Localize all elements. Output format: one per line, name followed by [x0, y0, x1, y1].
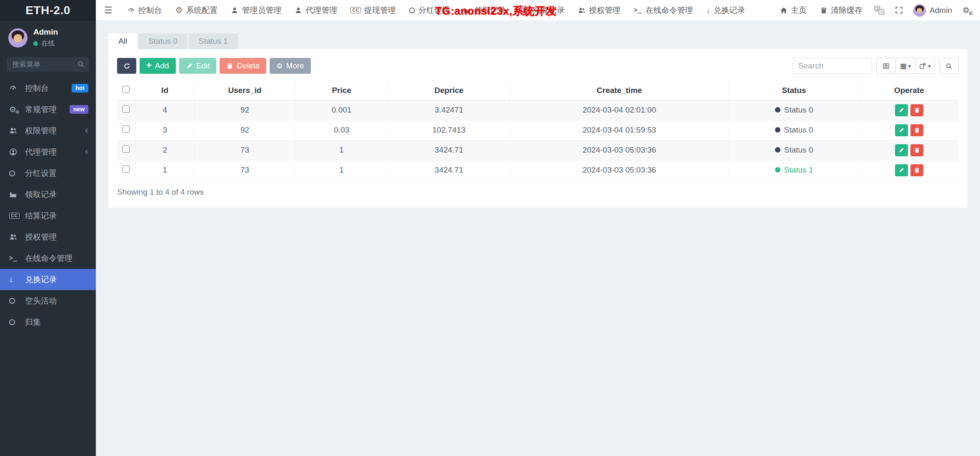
export-button[interactable]: ▾: [915, 58, 935, 74]
row-checkbox[interactable]: [122, 105, 130, 113]
column-header-id[interactable]: Id: [135, 81, 194, 100]
select-all-checkbox[interactable]: [122, 86, 130, 93]
column-header-operate[interactable]: Operate: [859, 81, 959, 100]
sidebar-item-settle-records[interactable]: CC结算记录: [0, 205, 96, 226]
column-header-price[interactable]: Price: [295, 81, 388, 100]
sidebar-item-label: 在线命令管理: [25, 253, 72, 264]
column-header-create_time[interactable]: Create_time: [510, 81, 729, 100]
users-icon: [9, 127, 22, 135]
refresh-button[interactable]: [117, 58, 136, 74]
user-avatar: [8, 28, 28, 48]
column-header-deprice[interactable]: Deprice: [388, 81, 510, 100]
edit-row-button[interactable]: [895, 144, 908, 156]
sidebar-item-permission-manage[interactable]: 权限管理‹: [0, 120, 96, 141]
cell-status: Status 0: [729, 100, 859, 120]
sidebar-item-dividend-settings[interactable]: 分红设置: [0, 163, 96, 184]
sidebar-user-panel: Admin 在线: [0, 21, 96, 52]
toolbar: + Add Edit Delete ⚙ More: [117, 58, 959, 74]
nav-item-system-config[interactable]: ⚙系统配置: [169, 0, 225, 20]
cell-create-time: 2024-03-04 01:59:53: [510, 120, 729, 140]
grid-icon: ▦: [900, 63, 907, 70]
nav-item-label: 在线命令管理: [645, 5, 693, 16]
delete-row-button[interactable]: [910, 104, 923, 116]
menu-toggle-icon[interactable]: ☰: [96, 0, 121, 20]
table-body: 4920.0013.424712024-03-04 02:01:00Status…: [117, 100, 959, 180]
caret-down-icon: ▾: [928, 63, 931, 69]
delete-row-button[interactable]: [910, 164, 923, 176]
gears-icon: ⚙⚙: [9, 105, 22, 113]
row-checkbox[interactable]: [122, 165, 130, 173]
tab-status-0[interactable]: Status 0: [138, 33, 188, 49]
hot-badge: hot: [72, 84, 88, 93]
fullscreen-button[interactable]: [890, 0, 908, 20]
settings-button[interactable]: ⚙⚙: [957, 0, 975, 20]
toggle-view-button[interactable]: [876, 58, 896, 74]
column-header-users_id[interactable]: Users_id: [194, 81, 295, 100]
sidebar-item-authorize-manage[interactable]: 授权管理: [0, 226, 96, 248]
nav-home[interactable]: 主页: [773, 0, 813, 20]
tab-all[interactable]: All: [108, 33, 137, 49]
nav-clear-cache[interactable]: 清除缓存: [813, 0, 869, 20]
delete-row-button[interactable]: [910, 124, 923, 136]
nav-item-agent-manage[interactable]: 代理管理: [288, 0, 344, 20]
translate-button[interactable]: [869, 0, 890, 20]
cell-create-time: 2024-03-03 05:03:36: [510, 140, 729, 160]
row-checkbox[interactable]: [122, 125, 130, 133]
nav-item-label: 提现管理: [364, 5, 396, 16]
nav-item-authorize-manage[interactable]: 授权管理: [571, 0, 627, 20]
cell-price: 1: [295, 140, 388, 160]
sidebar-item-label: 代理管理: [25, 147, 57, 158]
edit-row-button[interactable]: [895, 124, 908, 136]
sidebar-item-airdrop-activity[interactable]: 空头活动: [0, 290, 96, 311]
nav-item-withdraw-manage[interactable]: CC提现管理: [344, 0, 402, 20]
tab-status-1[interactable]: Status 1: [189, 33, 238, 49]
cell-price: 0.001: [295, 100, 388, 120]
cell-id: 4: [135, 100, 194, 120]
search-submit-button[interactable]: [939, 58, 959, 74]
edit-row-button[interactable]: [895, 164, 908, 176]
status-dot: [775, 167, 780, 173]
sidebar-item-claim-records[interactable]: 领取记录: [0, 184, 96, 205]
column-header-status[interactable]: Status: [729, 81, 859, 100]
table-search-input[interactable]: [793, 58, 872, 74]
circle-icon: [9, 319, 22, 325]
nav-item-dashboard[interactable]: 控制台: [121, 0, 169, 20]
status-dot: [775, 147, 780, 153]
add-button[interactable]: + Add: [140, 58, 176, 74]
table-panel: + Add Edit Delete ⚙ More: [108, 49, 968, 208]
sidebar-item-agent-manage[interactable]: 代理管理‹: [0, 141, 96, 163]
nav-item-online-command[interactable]: >_在线命令管理: [627, 0, 700, 20]
delete-button-label: Delete: [237, 61, 260, 70]
navbar-user-label: Admin: [930, 6, 952, 15]
gear-icon: ⚙: [175, 6, 183, 15]
nav-home-label: 主页: [791, 5, 807, 16]
more-button[interactable]: ⚙ More: [270, 58, 311, 74]
cc-icon: CC: [9, 213, 22, 219]
cell-id: 1: [135, 160, 194, 180]
search-icon: [77, 60, 85, 70]
sidebar-item-label: 分红设置: [25, 168, 57, 179]
sidebar-item-exchange-records[interactable]: ↓兑换记录: [0, 269, 96, 290]
edit-row-button[interactable]: [895, 104, 908, 116]
columns-button[interactable]: ▦ ▾: [896, 58, 915, 74]
sidebar-item-online-command[interactable]: >_在线命令管理: [0, 248, 96, 269]
cell-select: [117, 120, 135, 140]
navbar-user-menu[interactable]: Admin: [908, 4, 957, 17]
nav-item-admin-manage[interactable]: 管理员管理: [224, 0, 288, 20]
sidebar-item-collect[interactable]: 归集: [0, 311, 96, 333]
caret-down-icon: ▾: [908, 63, 911, 69]
cell-operate: [859, 120, 959, 140]
nav-clear-cache-label: 清除缓存: [831, 5, 862, 16]
arrow-down-icon: ↓: [9, 276, 22, 283]
row-checkbox[interactable]: [122, 145, 130, 153]
delete-row-button[interactable]: [910, 144, 923, 156]
cell-id: 2: [135, 140, 194, 160]
sidebar-item-general-manage[interactable]: ⚙⚙常规管理new: [0, 99, 96, 120]
select-all-header: [117, 81, 135, 100]
nav-item-exchange-records[interactable]: ↓兑换记录: [700, 0, 752, 20]
delete-button[interactable]: Delete: [220, 58, 266, 74]
cc-icon: CC: [350, 7, 361, 13]
edit-button[interactable]: Edit: [179, 58, 217, 74]
status-label: Status 0: [784, 105, 813, 115]
sidebar-item-dashboard[interactable]: 控制台hot: [0, 78, 96, 99]
